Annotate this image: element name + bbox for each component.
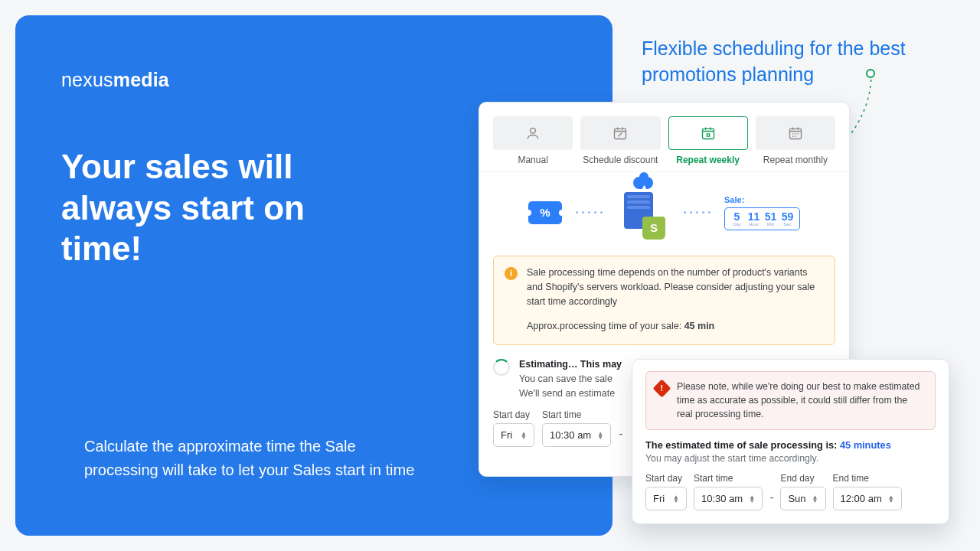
estimate-popup: ! Please note, while we're doing our bes… [632,359,949,524]
tab-repeat-monthly[interactable]: Repeat monthly [756,113,835,165]
dots-icon [684,211,710,214]
warning-text: Please note, while we're doing our best … [677,380,926,421]
range-separator: - [619,427,622,447]
connector-dot-icon [866,69,875,78]
info-icon: i [505,267,518,280]
start-day-select[interactable]: Fri▲▼ [645,487,687,510]
approx-time: Approx.processing time of your sale: 45 … [527,319,824,334]
tab-schedule-discount[interactable]: Schedule discount [580,113,660,165]
alert-diamond-icon: ! [652,379,671,397]
estimating-title: Estimating… This may [519,357,622,372]
logo: nexusmedia [61,69,567,91]
start-day-label: Start day [493,409,534,420]
sale-countdown: Sale: 5Day 11Hour 51Min 59Sec [724,195,800,230]
discount-ticket-icon: % [528,201,562,224]
alert-text: Sale processing time depends on the numb… [527,267,815,307]
server-cloud-icon: ▲ S [616,186,670,240]
start-time-label: Start time [542,409,611,420]
countdown-timer: 5Day 11Hour 51Min 59Sec [724,207,800,230]
sale-label: Sale: [724,195,744,204]
processing-time-alert: i Sale processing time depends on the nu… [493,256,835,345]
end-day-label: End day [780,473,825,484]
tab-label: Repeat monthly [763,155,828,165]
week-calendar-icon [701,126,716,141]
estimate-line: The estimated time of sale processing is… [645,439,936,451]
end-day-select[interactable]: Sun▲▼ [780,487,825,510]
tab-manual[interactable]: Manual [493,113,573,165]
logo-light: nexus [61,69,113,90]
end-time-label: End time [833,473,902,484]
schedule-tabs: Manual Schedule discount Repeat weekly R… [479,103,849,172]
stepper-icon: ▲▼ [521,432,527,439]
promo-title: Flexible scheduling for the best promoti… [642,36,980,88]
headline: Your sales will always start on time! [61,146,383,269]
tab-repeat-weekly[interactable]: Repeat weekly [668,113,748,165]
start-time-label: Start time [694,473,763,484]
popup-schedule-inputs: Start day Fri▲▼ Start time 10:30 am▲▼ - … [645,473,936,510]
stepper-icon: ▲▼ [888,495,894,503]
end-time-select[interactable]: 12:00 am▲▼ [833,487,902,510]
stepper-icon: ▲▼ [597,432,603,439]
process-illustration: % ▲ S Sale: 5Day 11Hour 51Min 59Sec [479,172,849,245]
subheading: Calculate the approximate time the Sale … [84,435,421,482]
month-calendar-icon [788,126,803,141]
range-separator: - [769,491,773,510]
user-icon [525,126,541,141]
stepper-icon: ▲▼ [749,495,755,503]
stepper-icon: ▲▼ [673,495,679,503]
discount-calendar-icon [612,126,628,141]
tab-label: Schedule discount [583,155,658,165]
start-day-label: Start day [645,473,687,484]
start-time-select[interactable]: 10:30 am▲▼ [542,423,611,447]
tab-label: Manual [518,155,547,165]
start-day-select[interactable]: Fri▲▼ [493,423,534,447]
svg-point-0 [531,128,536,133]
spinner-icon [493,359,510,376]
stepper-icon: ▲▼ [812,495,818,503]
accuracy-warning: ! Please note, while we're doing our bes… [645,371,936,430]
estimating-line: You can save the sale [519,373,612,384]
estimate-sub: You may adjust the start time accordingl… [645,453,936,464]
shopify-bag-icon: S [642,217,665,240]
tab-label: Repeat weekly [676,155,740,165]
start-time-select[interactable]: 10:30 am▲▼ [694,487,763,510]
logo-bold: media [113,69,169,90]
dots-icon [576,211,603,214]
estimating-line: We'll send an estimate [519,388,615,399]
